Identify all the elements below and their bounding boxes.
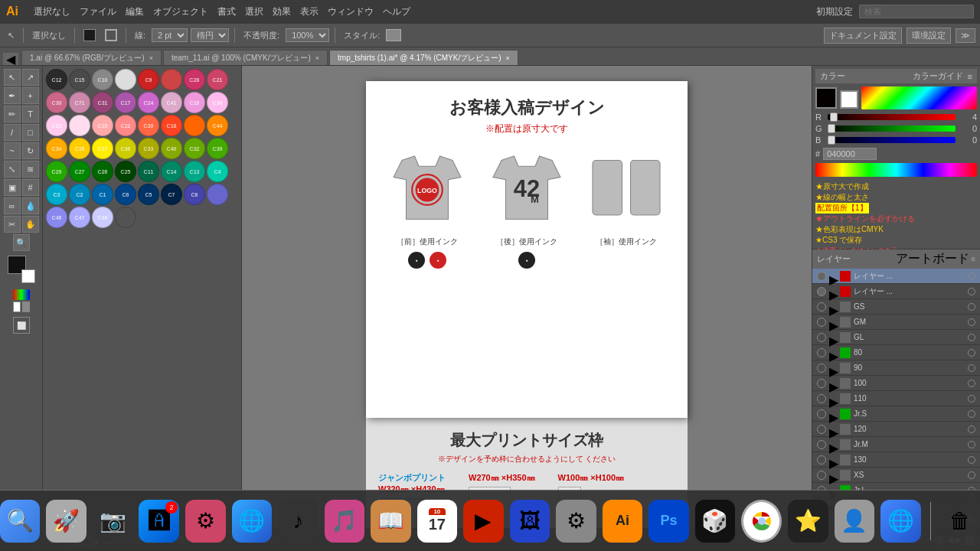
- swatch-32[interactable]: C29: [46, 161, 67, 182]
- menu-item-view[interactable]: 効果: [273, 5, 291, 18]
- hex-input[interactable]: [823, 148, 877, 160]
- swatch-7[interactable]: C21: [207, 69, 228, 90]
- dock-photos2[interactable]: 🖼: [510, 500, 550, 543]
- dock-sysprefs[interactable]: ⚙: [556, 500, 596, 543]
- swatch-13[interactable]: C41: [161, 92, 182, 113]
- opacity-select[interactable]: 100%: [286, 28, 329, 42]
- dock-launchpad[interactable]: 🚀: [46, 500, 87, 543]
- swatch-51[interactable]: [115, 207, 136, 228]
- layer-eye-13[interactable]: [817, 471, 826, 480]
- swatch-14[interactable]: C16: [184, 92, 205, 113]
- swatch-19[interactable]: C22: [115, 115, 136, 136]
- layer-item-1[interactable]: ▶ レイヤー ...: [812, 284, 980, 299]
- layer-lock-13[interactable]: [968, 471, 975, 479]
- swatch-18[interactable]: C19: [92, 115, 113, 136]
- tab-2[interactable]: tmp_tshirts (1).ai* @ 4.17% (CMYK/プレビュー)…: [329, 50, 518, 65]
- layer-eye-10[interactable]: [817, 425, 826, 434]
- layer-eye-7[interactable]: [817, 379, 826, 388]
- layer-lock-0[interactable]: [968, 272, 975, 280]
- swatch-0[interactable]: C12: [46, 69, 67, 90]
- swatch-29[interactable]: C40: [161, 138, 182, 159]
- swatch-39[interactable]: C4: [207, 161, 228, 182]
- rotate-tool[interactable]: ↻: [22, 142, 39, 159]
- white-mode[interactable]: [13, 302, 21, 312]
- background-color[interactable]: [840, 90, 858, 109]
- workspace-dropdown[interactable]: 初期設定: [816, 5, 853, 18]
- layer-lock-11[interactable]: [968, 441, 975, 448]
- brush-tool[interactable]: ~: [4, 142, 21, 159]
- swatch-31[interactable]: C39: [207, 138, 228, 159]
- swatch-1[interactable]: C15: [69, 69, 90, 90]
- layer-lock-9[interactable]: [968, 410, 975, 418]
- doc-settings-button[interactable]: ドキュメント設定: [824, 28, 902, 44]
- menu-item-effect[interactable]: 選択: [245, 5, 263, 18]
- stroke-color-box[interactable]: [21, 269, 35, 283]
- layer-lock-3[interactable]: [968, 318, 975, 326]
- swatch-6[interactable]: C28: [184, 69, 205, 90]
- dock-dice[interactable]: 🎲: [695, 500, 736, 543]
- select-tool[interactable]: ↖: [4, 69, 21, 86]
- swatch-27[interactable]: C36: [115, 138, 136, 159]
- swatch-26[interactable]: C37: [92, 138, 113, 159]
- swatch-43[interactable]: C6: [115, 184, 136, 205]
- rect-tool[interactable]: □: [22, 124, 39, 141]
- add-anchor-tool[interactable]: +: [22, 87, 39, 104]
- swatch-22[interactable]: [184, 115, 205, 136]
- menu-item-format[interactable]: オブジェクト: [153, 5, 208, 18]
- menu-item-extra[interactable]: ヘルプ: [383, 5, 410, 18]
- swatch-20[interactable]: C20: [138, 115, 159, 136]
- swatch-41[interactable]: C2: [69, 184, 90, 205]
- dock-safari-old[interactable]: 🌐: [232, 500, 273, 543]
- dock-photos[interactable]: 📷: [93, 500, 133, 543]
- tab-1-close[interactable]: ×: [315, 54, 319, 62]
- dock-photoshop[interactable]: Ps: [648, 500, 689, 543]
- layer-item-4[interactable]: ▶ GL: [812, 330, 980, 345]
- layer-eye-0[interactable]: [817, 272, 826, 281]
- dock-trash[interactable]: 🗑: [940, 500, 980, 543]
- line-tool[interactable]: /: [4, 124, 21, 141]
- hue-bar[interactable]: [815, 163, 977, 177]
- canvas-area[interactable]: お客様入稿デザイン ※配置は原寸大です LOGO ［前］使用インク ● ●: [242, 66, 812, 528]
- layer-lock-10[interactable]: [968, 425, 975, 433]
- layer-lock-2[interactable]: [968, 303, 975, 311]
- blend-tool[interactable]: ∞: [4, 197, 21, 214]
- swatch-35[interactable]: C25: [115, 161, 136, 182]
- layer-item-2[interactable]: ▶ GS: [812, 299, 980, 315]
- ink-black[interactable]: ●: [408, 252, 425, 269]
- text-tool[interactable]: T: [22, 106, 39, 122]
- dock-contacts[interactable]: 👤: [835, 500, 875, 543]
- swatch-38[interactable]: C13: [184, 161, 205, 182]
- dock-safari[interactable]: 🌐: [880, 500, 921, 543]
- swatch-12[interactable]: C24: [138, 92, 159, 113]
- layer-item-8[interactable]: ▶ 110: [812, 391, 980, 406]
- env-settings-button[interactable]: 環境設定: [906, 28, 951, 44]
- layer-lock-7[interactable]: [968, 380, 975, 387]
- dock-dvd[interactable]: ▶: [463, 500, 504, 543]
- swatch-11[interactable]: C17: [115, 92, 136, 113]
- back-ink-black[interactable]: ●: [518, 252, 535, 269]
- layer-item-11[interactable]: ▶ Jr.M: [812, 437, 980, 452]
- tab-1[interactable]: team_11.ai @ 100% (CMYK/プレビュー)×: [163, 50, 328, 65]
- menu-item-window[interactable]: 表示: [300, 5, 318, 18]
- more-options-button[interactable]: ≫: [956, 28, 975, 43]
- layer-lock-5[interactable]: [968, 349, 975, 357]
- eyedropper-tool[interactable]: 💧: [22, 197, 39, 214]
- dock-chrome[interactable]: [741, 500, 782, 543]
- swatch-24[interactable]: C34: [46, 138, 67, 159]
- dock-appstore[interactable]: 🅰 2: [139, 500, 179, 543]
- color-panel-menu[interactable]: ≡: [968, 72, 972, 81]
- swatch-49[interactable]: C47: [69, 207, 90, 228]
- layer-item-3[interactable]: ▶ GM: [812, 315, 980, 330]
- swatch-28[interactable]: C33: [138, 138, 159, 159]
- swatch-45[interactable]: C7: [161, 184, 182, 205]
- foreground-color[interactable]: [815, 87, 837, 109]
- swatch-44[interactable]: C5: [138, 184, 159, 205]
- layer-item-5[interactable]: ▶ 80: [812, 345, 980, 360]
- dock-sysutil[interactable]: ⚙: [185, 500, 226, 543]
- swatch-50[interactable]: C48: [92, 207, 113, 228]
- panel-menu[interactable]: ≡: [971, 255, 975, 263]
- pencil-tool[interactable]: ✏: [4, 106, 21, 122]
- layer-lock-4[interactable]: [968, 334, 975, 341]
- layer-eye-8[interactable]: [817, 394, 826, 403]
- swatch-37[interactable]: C14: [161, 161, 182, 182]
